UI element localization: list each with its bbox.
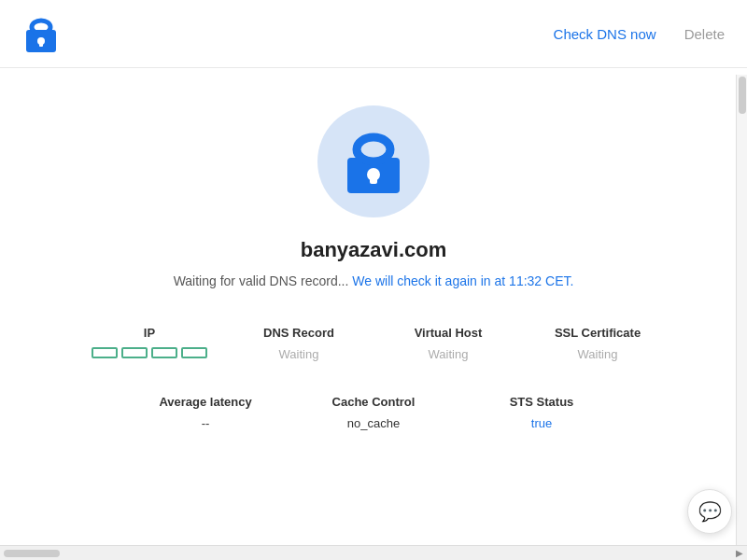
status-prefix: Waiting for valid DNS record...	[174, 273, 353, 288]
stat-dns-record: DNS Record Waiting	[224, 326, 374, 361]
stats-row-1: IP DNS Record Waiting Virtual Host Waiti…	[75, 326, 672, 361]
stat-ip-label: IP	[144, 326, 155, 340]
stat-vh-label: Virtual Host	[415, 326, 483, 340]
stat-ssl-value: Waiting	[578, 347, 618, 361]
stat-ssl-cert: SSL Certificate Waiting	[523, 326, 672, 361]
delete-button[interactable]: Delete	[684, 26, 725, 42]
hscrollbar-thumb[interactable]	[4, 550, 60, 557]
stat-ssl-label: SSL Certificate	[555, 326, 641, 340]
lock-svg	[342, 128, 405, 195]
stat-sts-label: STS Status	[510, 395, 574, 409]
svg-rect-7	[370, 175, 377, 184]
vscrollbar-thumb[interactable]	[739, 77, 746, 114]
stat-ip: IP	[75, 326, 224, 361]
navbar-right: Check DNS now Delete	[554, 26, 725, 42]
ip-box-1	[92, 347, 118, 358]
svg-rect-3	[39, 41, 43, 47]
stat-cache-label: Cache Control	[332, 395, 416, 409]
scrollbar-arrow-right-icon[interactable]: ▶	[736, 548, 743, 558]
vertical-scrollbar[interactable]	[736, 75, 747, 545]
domain-name: banyazavi.com	[301, 238, 447, 262]
ip-box-4	[181, 347, 207, 358]
navbar: Check DNS now Delete	[0, 0, 747, 68]
horizontal-scrollbar[interactable]: ▶	[0, 545, 747, 560]
stat-virtual-host: Virtual Host Waiting	[374, 326, 523, 361]
ip-box-3	[151, 347, 177, 358]
check-dns-button[interactable]: Check DNS now	[554, 26, 656, 42]
chat-icon: 💬	[698, 500, 722, 523]
stats-row-2: Average latency -- Cache Control no_cach…	[121, 395, 626, 430]
navbar-left	[22, 13, 60, 54]
stat-cache-value: no_cache	[347, 416, 400, 430]
status-message: Waiting for valid DNS record... We will …	[174, 273, 574, 288]
stat-avg-latency: Average latency --	[121, 395, 289, 430]
ip-boxes	[92, 347, 207, 358]
status-suffix: We will check it again in at 11:32 CET.	[352, 273, 573, 288]
stat-avg-latency-value: --	[202, 416, 210, 430]
ip-box-2	[121, 347, 148, 358]
main-content: banyazavi.com Waiting for valid DNS reco…	[0, 68, 747, 430]
chat-bubble-button[interactable]: 💬	[687, 489, 732, 534]
stat-avg-latency-label: Average latency	[159, 395, 251, 409]
stat-sts-status: STS Status true	[458, 395, 626, 430]
logo-icon	[22, 13, 60, 54]
svg-rect-5	[357, 137, 390, 161]
stat-dns-value: Waiting	[279, 347, 319, 361]
stat-cache-control: Cache Control no_cache	[289, 395, 458, 430]
lock-circle-icon	[317, 105, 430, 217]
stat-sts-value: true	[531, 416, 552, 430]
stat-dns-label: DNS Record	[263, 326, 334, 340]
svg-rect-1	[32, 21, 50, 34]
stat-vh-value: Waiting	[429, 347, 469, 361]
